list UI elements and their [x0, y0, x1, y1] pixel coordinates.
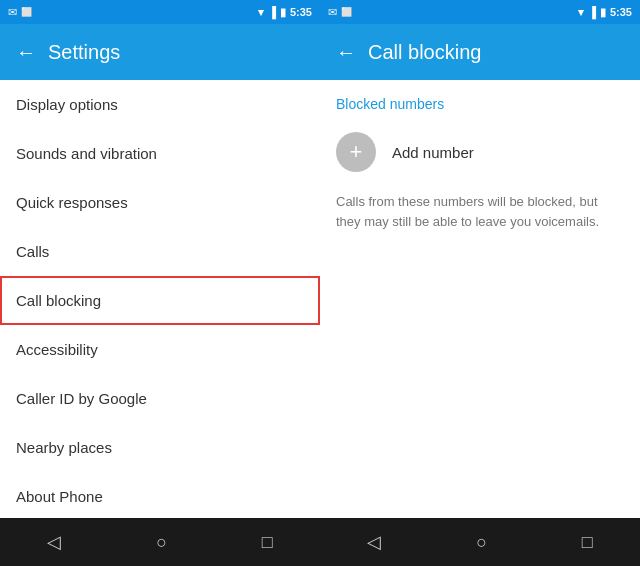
- wifi-icon: ▾: [258, 6, 264, 19]
- right-nav-home[interactable]: ○: [476, 532, 487, 553]
- settings-list: Display options Sounds and vibration Qui…: [0, 80, 320, 518]
- left-nav-recents[interactable]: □: [262, 532, 273, 553]
- left-nav-bar: ◁ ○ □: [0, 518, 320, 566]
- envelope-icon: ✉: [8, 6, 17, 19]
- right-time: 5:35: [610, 6, 632, 18]
- add-number-circle: +: [336, 132, 376, 172]
- call-blocking-content: Blocked numbers + Add number Calls from …: [320, 80, 640, 518]
- add-number-row[interactable]: + Add number: [320, 120, 640, 184]
- add-icon: +: [350, 139, 363, 165]
- settings-item-quick-responses[interactable]: Quick responses: [0, 178, 320, 227]
- left-status-right: ▾ ▐ ▮ 5:35: [258, 6, 312, 19]
- signal-icon: ▐: [268, 6, 276, 18]
- left-status-bar: ✉ ⬜ ▾ ▐ ▮ 5:35: [0, 0, 320, 24]
- right-toolbar: ← Call blocking: [320, 24, 640, 80]
- left-phone-panel: ✉ ⬜ ▾ ▐ ▮ 5:35 ← Settings Display option…: [0, 0, 320, 566]
- right-image-icon: ⬜: [341, 7, 352, 17]
- left-toolbar-title: Settings: [48, 41, 304, 64]
- battery-icon: ▮: [280, 6, 286, 19]
- right-nav-recents[interactable]: □: [582, 532, 593, 553]
- left-time: 5:35: [290, 6, 312, 18]
- right-envelope-icon: ✉: [328, 6, 337, 19]
- settings-item-display-options[interactable]: Display options: [0, 80, 320, 129]
- right-signal-icon: ▐: [588, 6, 596, 18]
- left-nav-back[interactable]: ◁: [47, 531, 61, 553]
- left-back-button[interactable]: ←: [16, 41, 36, 64]
- left-toolbar: ← Settings: [0, 24, 320, 80]
- settings-item-caller-id[interactable]: Caller ID by Google: [0, 374, 320, 423]
- left-status-icons: ✉ ⬜: [8, 6, 32, 19]
- settings-item-sounds-vibration[interactable]: Sounds and vibration: [0, 129, 320, 178]
- right-battery-icon: ▮: [600, 6, 606, 19]
- right-phone-panel: ✉ ⬜ ▾ ▐ ▮ 5:35 ← Call blocking Blocked n…: [320, 0, 640, 566]
- settings-item-about-phone[interactable]: About Phone: [0, 472, 320, 518]
- settings-item-accessibility[interactable]: Accessibility: [0, 325, 320, 374]
- right-status-right: ▾ ▐ ▮ 5:35: [578, 6, 632, 19]
- right-status-icons: ✉ ⬜: [328, 6, 352, 19]
- right-nav-bar: ◁ ○ □: [320, 518, 640, 566]
- settings-item-call-blocking[interactable]: Call blocking: [0, 276, 320, 325]
- blocked-numbers-header[interactable]: Blocked numbers: [320, 80, 640, 120]
- right-nav-back[interactable]: ◁: [367, 531, 381, 553]
- right-back-button[interactable]: ←: [336, 41, 356, 64]
- settings-item-calls[interactable]: Calls: [0, 227, 320, 276]
- right-status-bar: ✉ ⬜ ▾ ▐ ▮ 5:35: [320, 0, 640, 24]
- image-icon: ⬜: [21, 7, 32, 17]
- settings-item-nearby-places[interactable]: Nearby places: [0, 423, 320, 472]
- blocked-numbers-info: Calls from these numbers will be blocked…: [320, 184, 640, 247]
- add-number-label: Add number: [392, 144, 474, 161]
- right-wifi-icon: ▾: [578, 6, 584, 19]
- right-toolbar-title: Call blocking: [368, 41, 624, 64]
- left-nav-home[interactable]: ○: [156, 532, 167, 553]
